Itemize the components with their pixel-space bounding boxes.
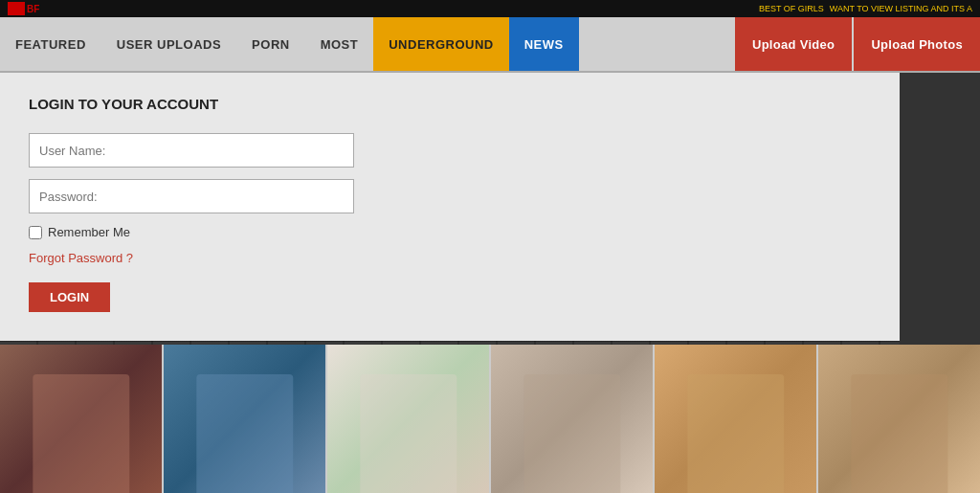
thumbnail-3[interactable] <box>327 345 489 493</box>
logo-icon <box>8 2 25 15</box>
top-bar-left-link[interactable]: BEST OF GIRLS <box>759 4 824 13</box>
thumb-figure-3 <box>360 374 457 493</box>
thumbnails-bar <box>0 345 980 493</box>
thumb-figure-4 <box>523 374 620 493</box>
logo: BF <box>8 2 39 15</box>
logo-text: BF <box>27 4 39 14</box>
thumbnail-5[interactable] <box>655 345 816 493</box>
thumb-figure-2 <box>196 374 293 493</box>
nav-item-featured[interactable]: FEATURED <box>0 17 101 71</box>
nav-item-news[interactable]: NEWS <box>509 17 579 71</box>
main-content: LOGIN TO YOUR ACCOUNT Remember Me Forgot… <box>0 73 980 493</box>
nav-item-most[interactable]: MOST <box>305 17 374 71</box>
thumb-figure-5 <box>687 374 784 493</box>
thumbnail-2[interactable] <box>164 345 325 493</box>
password-group <box>29 179 871 213</box>
right-dark-panel <box>900 73 980 345</box>
remember-me-label: Remember Me <box>48 225 130 239</box>
nav-item-user-uploads[interactable]: USER UPLOADS <box>101 17 236 71</box>
remember-me-group: Remember Me <box>29 225 871 239</box>
upload-video-button[interactable]: Upload Video <box>735 17 852 71</box>
username-input[interactable] <box>29 133 354 168</box>
thumbnail-4[interactable] <box>491 345 653 493</box>
thumb-figure-6 <box>851 374 947 493</box>
thumb-figure-1 <box>33 374 129 493</box>
login-title: LOGIN TO YOUR ACCOUNT <box>29 96 871 112</box>
upload-photos-button[interactable]: Upload Photos <box>854 17 980 71</box>
nav-links: FEATURED USER UPLOADS PORN MOST UNDERGRO… <box>0 17 735 71</box>
thumbnail-1[interactable] <box>0 345 162 493</box>
nav-item-underground[interactable]: UNDERGROUND <box>373 17 509 71</box>
remember-me-checkbox[interactable] <box>29 226 42 239</box>
password-input[interactable] <box>29 179 354 213</box>
nav-item-porn[interactable]: PORN <box>236 17 305 71</box>
thumbnail-6[interactable] <box>818 345 980 493</box>
login-button[interactable]: LOGIN <box>29 282 110 312</box>
nav-bar: FEATURED USER UPLOADS PORN MOST UNDERGRO… <box>0 17 980 73</box>
top-bar: BF BEST OF GIRLS WANT TO VIEW LISTING AN… <box>0 0 980 17</box>
nav-right: Upload Video Upload Photos <box>735 17 980 71</box>
login-panel: LOGIN TO YOUR ACCOUNT Remember Me Forgot… <box>0 73 900 341</box>
username-group <box>29 133 871 168</box>
top-bar-links: BEST OF GIRLS WANT TO VIEW LISTING AND I… <box>753 0 972 17</box>
top-bar-right-link[interactable]: WANT TO VIEW LISTING AND ITS A <box>830 4 972 13</box>
forgot-password-link[interactable]: Forgot Password ? <box>29 251 871 265</box>
